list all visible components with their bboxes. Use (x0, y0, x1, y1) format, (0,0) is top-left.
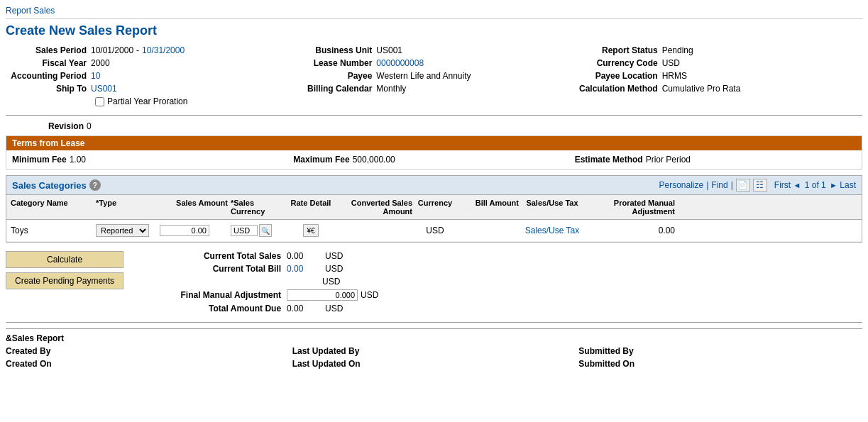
help-icon[interactable]: ? (89, 179, 101, 191)
total-amount-due-value: 0.00 (287, 304, 322, 313)
current-total-sales-value: 0.00 (287, 251, 322, 261)
ship-to-row: Ship To US001 (6, 84, 291, 94)
cell-currency: USD (414, 224, 456, 237)
buttons-area: Calculate Create Pending Payments (6, 248, 123, 316)
cell-sales-amount[interactable] (158, 223, 229, 238)
current-total-sales-row: Current Total Sales 0.00 USD (145, 251, 378, 261)
partial-year-row: Partial Year Proration (95, 96, 291, 106)
report-status-label: Report Status (577, 45, 662, 55)
col-sales-currency: *Sales Currency (229, 197, 286, 217)
maximum-fee-item: Maximum Fee 500,000.00 (293, 155, 574, 165)
cell-sales-currency[interactable]: 🔍 (229, 223, 286, 238)
sales-use-tax-link[interactable]: Sales/Use Tax (525, 226, 579, 235)
fiscal-year-label: Fiscal Year (6, 58, 91, 68)
current-total-sales-label: Current Total Sales (145, 251, 287, 261)
fiscal-year-row: Fiscal Year 2000 (6, 58, 291, 68)
footer-section: &Sales Report Created By Created On Last… (6, 328, 862, 369)
report-status-row: Report Status Pending (577, 45, 862, 55)
sales-currency-input[interactable] (231, 225, 258, 236)
partial-year-checkbox[interactable] (95, 97, 104, 106)
accounting-period-row: Accounting Period 10 (6, 71, 291, 81)
cell-type[interactable]: Reported Estimated (94, 223, 158, 238)
pagination-area: First ◄ 1 of 1 ► Last (774, 180, 856, 190)
lease-number-value[interactable]: 0000000008 (376, 58, 424, 68)
sales-period-separator: - (136, 45, 139, 55)
sales-period-end[interactable]: 10/31/2000 (142, 45, 185, 55)
cell-sales-use-tax[interactable]: Sales/Use Tax (520, 224, 584, 237)
payee-location-value: HRMS (662, 71, 687, 81)
prev-arrow[interactable]: ◄ (793, 181, 801, 189)
actions-totals-area: Calculate Create Pending Payments Curren… (6, 248, 862, 316)
current-total-bill-row: Current Total Bill 0.00 USD (145, 264, 378, 274)
info-col-middle: Business Unit US001 Lease Number 0000000… (291, 45, 576, 109)
total-amount-due-currency: USD (325, 304, 343, 313)
final-manual-adjustment-row: Final Manual Adjustment USD (145, 289, 378, 301)
submitted-on-label: Submitted On (578, 359, 862, 369)
sales-amount-input[interactable] (160, 225, 209, 236)
footer-submitted: Submitted By Submitted On (578, 346, 862, 369)
totals-area: Current Total Sales 0.00 USD Current Tot… (145, 248, 378, 316)
grid-icon-btn[interactable]: ☷ (753, 179, 767, 191)
page-indicator: 1 of 1 (805, 180, 826, 190)
sales-period-row: Sales Period 10/01/2000 - 10/31/2000 (6, 45, 291, 55)
estimate-method-item: Estimate Method Prior Period (575, 155, 856, 165)
info-col-right: Report Status Pending Currency Code USD … (577, 45, 862, 109)
created-by-label: Created By (6, 346, 290, 356)
ship-to-value[interactable]: US001 (91, 84, 117, 94)
col-bill-amount: Bill Amount (456, 197, 520, 217)
col-converted-sales-amount: Converted Sales Amount (336, 197, 414, 217)
submitted-by-label: Submitted By (578, 346, 862, 356)
accounting-period-value[interactable]: 10 (91, 71, 100, 81)
col-category-name: Category Name (9, 197, 94, 217)
col-type: *Type (94, 197, 158, 217)
cell-rate-detail[interactable]: ¥€ (286, 223, 336, 238)
cell-category-name: Toys (9, 224, 94, 237)
payee-value: Western Life and Annuity (376, 71, 471, 81)
pipe-separator: | (706, 180, 708, 190)
estimate-method-label: Estimate Method (575, 155, 643, 165)
footer-title: &Sales Report (6, 333, 862, 343)
terms-body: Minimum Fee 1.00 Maximum Fee 500,000.00 … (6, 150, 862, 169)
final-manual-adjustment-input[interactable] (287, 289, 358, 301)
next-arrow[interactable]: ► (830, 181, 837, 189)
usd-row: USD (145, 277, 378, 287)
footer-last-updated: Last Updated By Last Updated On (292, 346, 576, 369)
col-currency: Currency (414, 197, 456, 217)
view-icon-btn[interactable]: 📄 (736, 179, 750, 191)
cell-prorated-manual-adjustment: 0.00 (584, 224, 676, 237)
ship-to-label: Ship To (6, 84, 91, 94)
sc-col-headers: Category Name *Type Sales Amount *Sales … (6, 195, 862, 220)
current-total-bill-value[interactable]: 0.00 (287, 264, 322, 274)
billing-calendar-label: Billing Calendar (291, 84, 376, 94)
accounting-period-label: Accounting Period (6, 71, 91, 81)
rate-detail-icon[interactable]: ¥€ (303, 224, 319, 237)
cell-bill-amount (456, 229, 520, 232)
minimum-fee-value: 1.00 (70, 155, 86, 165)
terms-section: Terms from Lease Minimum Fee 1.00 Maximu… (6, 135, 862, 170)
first-label[interactable]: First (774, 180, 791, 190)
sc-header-left: Sales Categories ? (12, 179, 101, 191)
final-manual-adjustment-label: Final Manual Adjustment (145, 290, 287, 300)
type-select[interactable]: Reported Estimated (96, 224, 149, 237)
payee-row: Payee Western Life and Annuity (291, 71, 576, 81)
sc-title: Sales Categories (12, 180, 87, 191)
total-amount-due-row: Total Amount Due 0.00 USD (145, 304, 378, 313)
billing-calendar-row: Billing Calendar Monthly (291, 84, 576, 94)
find-link[interactable]: Find (711, 180, 727, 190)
calculate-button[interactable]: Calculate (6, 251, 123, 268)
create-pending-payments-button[interactable]: Create Pending Payments (6, 272, 123, 289)
col-sales-use-tax: Sales/Use Tax (520, 197, 584, 217)
breadcrumb: Report Sales (6, 3, 862, 19)
currency-search-icon[interactable]: 🔍 (259, 224, 272, 237)
calculation-method-label: Calculation Method (577, 84, 662, 94)
sales-categories-section: Sales Categories ? Personalize | Find | … (6, 175, 862, 243)
last-label[interactable]: Last (840, 180, 856, 190)
table-row: Toys Reported Estimated 🔍 ¥€ USD Sal (6, 220, 862, 242)
payee-location-label: Payee Location (577, 71, 662, 81)
business-unit-value: US001 (376, 45, 402, 55)
col-prorated-manual-adjustment: Prorated Manual Adjustment (584, 197, 676, 217)
terms-header: Terms from Lease (6, 136, 862, 150)
personalize-link[interactable]: Personalize (659, 180, 704, 190)
pipe-separator2: | (731, 180, 733, 190)
final-manual-adjustment-currency: USD (361, 290, 378, 300)
